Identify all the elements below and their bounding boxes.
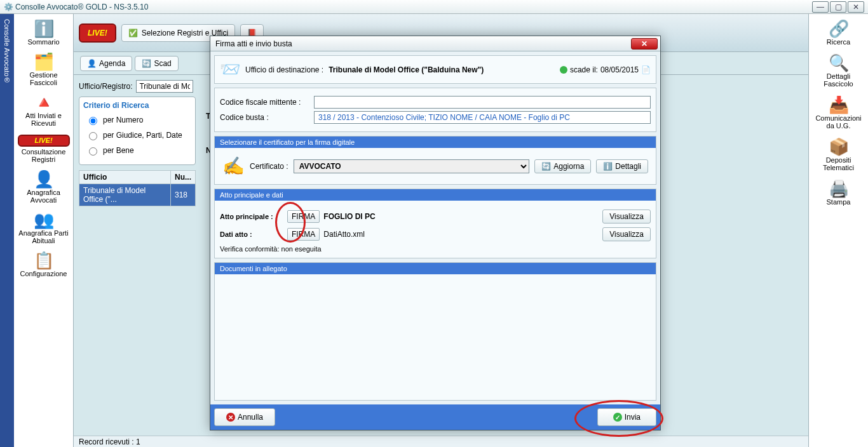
cf-label: Codice fiscale mittente : xyxy=(220,98,309,107)
nav-configurazione[interactable]: 📋Configurazione xyxy=(17,250,71,280)
modal-footer: ✕Annulla ✓Invia xyxy=(210,404,660,430)
refresh-icon: 🔄 xyxy=(541,162,551,171)
checklist-icon: ✅ xyxy=(128,29,138,37)
search-doc-icon: 🔍 xyxy=(813,55,865,71)
aggiorna-button[interactable]: 🔄Aggiorna xyxy=(534,159,591,173)
expiry-label: scade il: xyxy=(570,65,598,74)
calendar-icon[interactable]: 📄 xyxy=(641,65,651,74)
close-button[interactable]: ✕ xyxy=(848,1,864,13)
minimize-button[interactable]: — xyxy=(812,1,829,13)
results-grid: UfficioNu... Tribunale di Model Office (… xyxy=(79,170,196,206)
info-icon: ℹ️ xyxy=(18,20,70,37)
expiry-value: 08/05/2015 xyxy=(600,65,639,74)
nav-gestione-fascicoli[interactable]: 🗂️Gestione Fascicoli xyxy=(17,51,71,89)
cb-label: Codice busta : xyxy=(220,113,309,122)
dati-label: Dati atto : xyxy=(220,230,283,238)
col-numero[interactable]: Nu... xyxy=(171,171,196,184)
envelope-icon: 📨 xyxy=(220,60,240,79)
dettagli-button[interactable]: ℹ️Dettagli xyxy=(596,159,648,173)
right-nav: 🔗Ricerca 🔍Dettagli Fascicolo 📥Comunicazi… xyxy=(808,14,868,447)
opt-per-numero[interactable] xyxy=(89,117,97,125)
certificato-box: Selezionare il certificato per la firma … xyxy=(214,136,656,185)
atto-header: Atto principale e dati xyxy=(215,189,656,201)
atto-label: Atto principale : xyxy=(220,213,283,220)
opt-per-giudice[interactable] xyxy=(89,132,97,140)
verifica-text: Verifica conformità: non eseguita xyxy=(220,245,651,253)
brand-strip: Consolle Avvocato® xyxy=(0,14,14,447)
status-ok-icon xyxy=(560,66,567,74)
people-icon: 👥 xyxy=(18,211,70,228)
cf-field[interactable] xyxy=(314,96,651,109)
user-icon: 👤 xyxy=(87,59,97,68)
agenda-button[interactable]: 👤Agenda xyxy=(80,56,132,71)
visualizza-dati-button[interactable]: Visualizza xyxy=(602,227,651,241)
scadenze-button[interactable]: 🔄Scad xyxy=(135,56,178,71)
invia-button[interactable]: ✓Invia xyxy=(597,408,656,426)
nav-comunicazioni[interactable]: 📥Comunicazioni da U.G. xyxy=(811,94,866,132)
app-icon: ⚙️ xyxy=(4,3,13,11)
nav-anagrafica-parti[interactable]: 👥Anagrafica Parti Abituali xyxy=(17,209,71,247)
refresh-icon: 🔄 xyxy=(142,59,151,68)
pen-icon: ✍️ xyxy=(222,156,245,177)
left-nav: ℹ️Sommario 🗂️Gestione Fascicoli 🔺Atti In… xyxy=(14,14,74,447)
dati-filename: DatiAtto.xml xyxy=(323,230,365,239)
window-title: Consolle Avvocato® GOLD - NS-3.5.10 xyxy=(15,3,812,11)
link-icon: 🔗 xyxy=(813,20,865,37)
modal-title: Firma atti e invio busta xyxy=(215,39,631,48)
maximize-button[interactable]: ▢ xyxy=(830,1,846,13)
atto-filename: FOGLIO DI PC xyxy=(323,212,375,221)
modal-close-button[interactable]: ✕ xyxy=(631,38,658,50)
ok-icon: ✓ xyxy=(613,413,622,422)
visualizza-atto-button[interactable]: Visualizza xyxy=(602,210,651,223)
annulla-button[interactable]: ✕Annulla xyxy=(214,408,275,426)
nav-stampa[interactable]: 🖨️Stampa xyxy=(811,178,866,208)
info-icon: ℹ️ xyxy=(603,162,613,171)
destination-panel: 📨 Ufficio di destinazione : Tribunale di… xyxy=(214,55,656,84)
cert-label: Certificato : xyxy=(250,162,288,171)
nav-dettagli-fascicolo[interactable]: 🔍Dettagli Fascicolo xyxy=(811,52,866,90)
cert-header: Selezionare il certificato per la firma … xyxy=(215,137,656,148)
folder-icon: 🗂️ xyxy=(18,53,70,70)
ufficio-label: Ufficio/Registro: xyxy=(79,82,132,91)
col-ufficio[interactable]: Ufficio xyxy=(79,171,171,184)
modal-firma-invio: Firma atti e invio busta ✕ 📨 Ufficio di … xyxy=(210,36,661,430)
dest-value: Tribunale di Model Office ("Balduina New… xyxy=(329,65,484,74)
table-row[interactable]: Tribunale di Model Office ("...318 xyxy=(79,184,196,206)
cb-field[interactable]: 318 / 2013 - Contenzioso Civile; TIZIO N… xyxy=(314,111,651,124)
criterio-ricerca-group: Criterio di Ricerca per Numero per Giudi… xyxy=(79,97,196,165)
allegati-header: Documenti in allegato xyxy=(215,263,656,274)
dest-label: Ufficio di destinazione : xyxy=(245,65,323,74)
window-titlebar: ⚙️ Consolle Avvocato® GOLD - NS-3.5.10 —… xyxy=(0,0,868,14)
firma-dati-button[interactable]: FIRMA xyxy=(287,228,320,241)
status-bar: Record ricevuti : 1 xyxy=(74,436,808,447)
nav-depositi[interactable]: 📦Depositi Telematici xyxy=(811,136,866,174)
live-badge: LIVE! xyxy=(79,23,116,43)
atto-box: Atto principale e dati Atto principale :… xyxy=(214,189,656,258)
ufficio-select[interactable] xyxy=(136,80,193,93)
nav-consultazione-registri[interactable]: LIVE!Consultazione Registri xyxy=(17,132,71,166)
cancel-icon: ✕ xyxy=(226,413,235,422)
allegati-box: Documenti in allegato xyxy=(214,262,656,401)
clipboard-icon: 📋 xyxy=(18,252,70,269)
allegati-list xyxy=(215,274,656,376)
shapes-icon: 🔺 xyxy=(18,94,70,110)
criterio-legend: Criterio di Ricerca xyxy=(83,101,189,110)
inbox-icon: 📥 xyxy=(813,97,865,113)
firma-atto-button[interactable]: FIRMA xyxy=(287,210,320,223)
package-icon: 📦 xyxy=(813,138,865,155)
nav-anagrafica-avvocati[interactable]: 👤Anagrafica Avvocati xyxy=(17,168,71,206)
nav-sommario[interactable]: ℹ️Sommario xyxy=(17,18,71,48)
mittente-box: Codice fiscale mittente : Codice busta :… xyxy=(214,88,656,132)
nav-atti-inviati[interactable]: 🔺Atti Inviati e Ricevuti xyxy=(17,91,71,130)
live-icon: LIVE! xyxy=(18,135,70,147)
person-icon: 👤 xyxy=(18,171,70,187)
opt-per-bene[interactable] xyxy=(89,147,97,156)
nav-ricerca[interactable]: 🔗Ricerca xyxy=(811,18,866,48)
cert-select[interactable]: AVVOCATO xyxy=(294,159,530,173)
printer-icon: 🖨️ xyxy=(813,180,865,197)
